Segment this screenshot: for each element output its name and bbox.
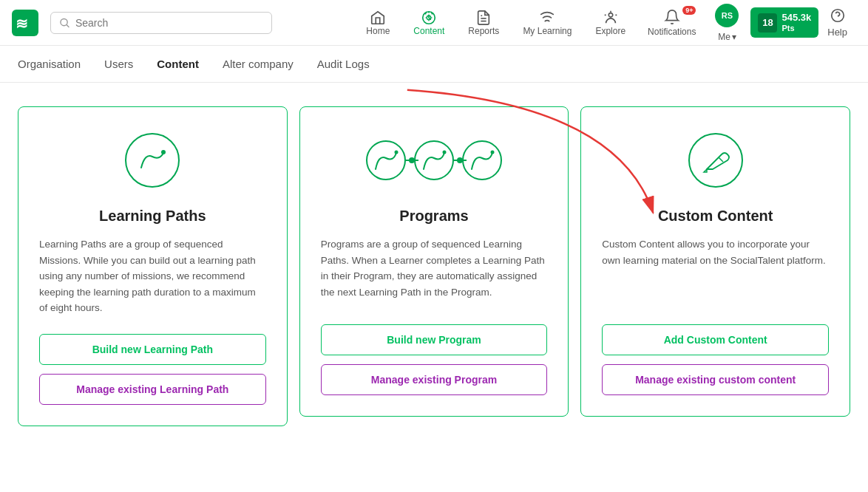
custom-content-icon-area: [686, 131, 745, 190]
card-custom-content: Custom Content Custom Content allows you…: [580, 106, 850, 417]
svg-line-25: [719, 157, 723, 162]
svg-point-12: [126, 134, 179, 187]
nav-item-mylearning[interactable]: My Learning: [511, 4, 583, 42]
nav-label-mylearning: My Learning: [523, 26, 572, 36]
nav-item-content[interactable]: Content: [401, 4, 456, 42]
points-value: 545.3k: [781, 12, 811, 24]
add-custom-content-button[interactable]: Add Custom Content: [602, 324, 829, 355]
manage-learning-path-button[interactable]: Manage existing Learning Path: [39, 374, 266, 405]
programs-title: Programs: [399, 208, 468, 225]
nav-item-explore[interactable]: Explore: [583, 4, 637, 42]
content-icon: [421, 10, 437, 26]
svg-point-9: [831, 10, 844, 22]
points-button[interactable]: 18 545.3k Pts: [750, 7, 818, 38]
second-navigation: Organisation Users Content Alter company…: [0, 46, 868, 83]
nav-item-home[interactable]: Home: [354, 4, 401, 42]
nav-label-help: Help: [827, 27, 847, 38]
build-learning-path-button[interactable]: Build new Learning Path: [39, 334, 266, 365]
nav-label-content: Content: [413, 26, 444, 36]
nav-label-notifications: Notifications: [648, 27, 696, 37]
help-icon: [830, 7, 846, 24]
nav-item-me[interactable]: RS Me ▾: [706, 0, 747, 48]
search-bar[interactable]: [50, 12, 272, 34]
nav-item-help[interactable]: Help: [818, 1, 856, 44]
programs-icon: [364, 131, 504, 190]
points-unit: Pts: [781, 24, 794, 33]
programs-icon-area: [364, 131, 504, 190]
programs-desc: Programs are a group of sequenced Learni…: [321, 236, 548, 307]
second-nav-alter-company[interactable]: Alter company: [223, 55, 294, 73]
custom-content-desc: Custom Content allows you to incorporate…: [602, 236, 829, 307]
svg-line-3: [67, 24, 69, 27]
nav-item-notifications[interactable]: 9+ Notifications: [637, 3, 706, 43]
second-nav-audit-logs[interactable]: Audit Logs: [317, 55, 370, 73]
manage-custom-content-button[interactable]: Manage existing custom content: [602, 364, 829, 395]
custom-content-icon: [686, 131, 745, 190]
avatar: RS: [715, 4, 739, 27]
learning-paths-desc: Learning Paths are a group of sequenced …: [39, 236, 266, 316]
svg-point-22: [463, 141, 501, 180]
nav-items: Home Content Reports: [354, 0, 856, 48]
manage-program-button[interactable]: Manage existing Program: [321, 364, 548, 395]
build-program-button[interactable]: Build new Program: [321, 324, 548, 355]
nav-item-reports[interactable]: Reports: [456, 4, 511, 42]
nav-label-home: Home: [366, 26, 390, 36]
custom-content-title: Custom Content: [658, 208, 773, 225]
search-icon: [60, 18, 69, 28]
second-nav-users[interactable]: Users: [104, 55, 133, 73]
explore-icon: [603, 10, 619, 26]
main-content: Learning Paths Learning Paths are a grou…: [0, 83, 868, 444]
learning-paths-title: Learning Paths: [99, 208, 206, 225]
bell-icon: [664, 9, 680, 25]
second-nav-organisation[interactable]: Organisation: [18, 55, 81, 73]
nav-label-reports: Reports: [468, 26, 499, 36]
svg-point-14: [367, 141, 405, 180]
card-learning-paths: Learning Paths Learning Paths are a grou…: [18, 106, 288, 426]
notification-badge: 9+: [682, 6, 696, 15]
svg-point-21: [457, 157, 463, 163]
search-input[interactable]: [75, 17, 262, 29]
svg-point-23: [491, 151, 495, 154]
svg-point-19: [443, 151, 447, 154]
second-nav-content[interactable]: Content: [157, 55, 199, 73]
svg-text:≋: ≋: [16, 16, 28, 32]
nav-label-me: Me ▾: [718, 32, 736, 42]
learning-path-icon: [123, 131, 182, 190]
reports-icon: [475, 10, 492, 26]
logo[interactable]: ≋: [12, 10, 38, 36]
points-icon: 18: [758, 13, 777, 33]
top-navigation: ≋ Home: [0, 0, 868, 46]
svg-point-18: [415, 141, 453, 180]
learning-paths-icon-area: [123, 131, 182, 190]
home-icon: [370, 10, 386, 26]
svg-point-17: [409, 157, 415, 163]
nav-label-explore: Explore: [595, 26, 625, 36]
svg-point-8: [608, 13, 613, 16]
svg-point-15: [395, 151, 399, 154]
card-programs: Programs Programs are a group of sequenc…: [299, 106, 569, 417]
svg-point-13: [161, 150, 166, 154]
mylearning-icon: [539, 10, 555, 26]
